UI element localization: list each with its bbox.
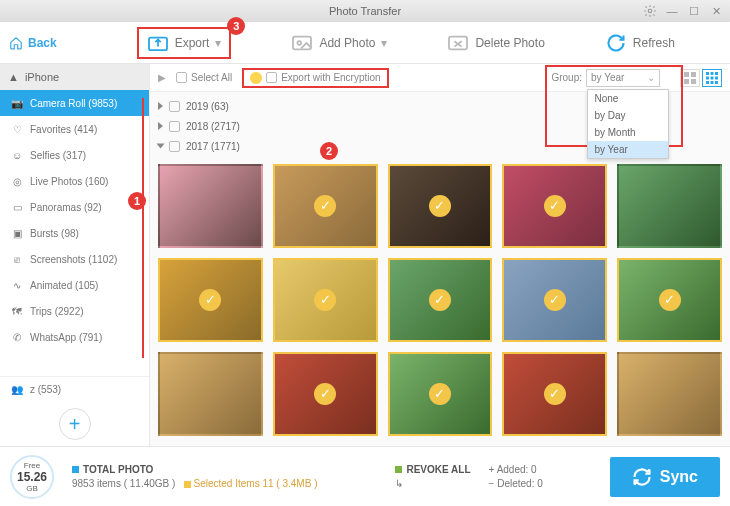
- sidebar-album-item[interactable]: 🗺Trips (2922): [0, 298, 149, 324]
- album-label: Trips (2922): [30, 306, 84, 317]
- svg-rect-15: [706, 81, 709, 84]
- encrypt-label: Export with Encryption: [281, 72, 381, 83]
- group-option[interactable]: by Day: [588, 107, 668, 124]
- group-option[interactable]: by Year: [588, 141, 668, 158]
- export-label: Export: [175, 36, 210, 50]
- photo-thumbnail[interactable]: ✓: [388, 258, 493, 342]
- close-icon[interactable]: ✕: [706, 3, 726, 19]
- sidebar-album-item[interactable]: ⎚Screenshots (1102): [0, 246, 149, 272]
- refresh-button[interactable]: Refresh: [605, 33, 675, 53]
- svg-rect-10: [711, 72, 714, 75]
- year-label: 2017 (1771): [186, 141, 240, 152]
- photo-thumbnail[interactable]: [617, 352, 722, 436]
- photo-thumbnail[interactable]: ✓: [273, 352, 378, 436]
- status-bar: Free 15.26 GB TOTAL PHOTO 9853 items ( 1…: [0, 446, 730, 506]
- svg-rect-11: [715, 72, 718, 75]
- shared-label: z (553): [30, 384, 61, 395]
- export-encryption-button[interactable]: Export with Encryption: [242, 68, 389, 88]
- photo-thumbnail[interactable]: ✓: [502, 352, 607, 436]
- svg-rect-8: [691, 79, 696, 84]
- photo-thumbnail[interactable]: ✓: [502, 164, 607, 248]
- total-photo-line: 9853 items ( 11.40GB ): [72, 478, 175, 489]
- maximize-icon[interactable]: ☐: [684, 3, 704, 19]
- device-row[interactable]: ▲ iPhone: [0, 64, 149, 90]
- checkbox-icon: [266, 72, 277, 83]
- chevron-down-icon: ⌄: [647, 72, 655, 83]
- group-option[interactable]: None: [588, 90, 668, 107]
- group-option[interactable]: by Month: [588, 124, 668, 141]
- photo-thumbnail[interactable]: ✓: [273, 258, 378, 342]
- check-icon: ✓: [429, 383, 451, 405]
- camera-icon: 📷: [10, 97, 24, 109]
- photo-thumbnail[interactable]: [158, 352, 263, 436]
- sidebar-album-item[interactable]: ◎Live Photos (160): [0, 168, 149, 194]
- year-label: 2019 (63): [186, 101, 229, 112]
- sidebar-album-item[interactable]: ☺Selfies (317): [0, 142, 149, 168]
- annotation-line-1: [142, 98, 144, 358]
- album-label: Favorites (414): [30, 124, 97, 135]
- svg-rect-5: [684, 72, 689, 77]
- album-list: 📷Camera Roll (9853)♡Favorites (414)☺Self…: [0, 90, 149, 376]
- whatsapp-icon: ✆: [10, 331, 24, 343]
- delete-photo-label: Delete Photo: [475, 36, 544, 50]
- group-label: Group:: [551, 72, 582, 83]
- export-button[interactable]: Export ▾: [137, 27, 232, 59]
- photo-thumbnail[interactable]: [617, 164, 722, 248]
- photo-thumbnail[interactable]: [158, 164, 263, 248]
- settings-icon[interactable]: [640, 3, 660, 19]
- check-icon: ✓: [544, 289, 566, 311]
- photo-thumbnail[interactable]: ✓: [388, 164, 493, 248]
- svg-rect-13: [711, 76, 714, 79]
- sidebar-album-item[interactable]: ∿Animated (105): [0, 272, 149, 298]
- delete-photo-button[interactable]: Delete Photo: [447, 33, 544, 53]
- select-all-checkbox[interactable]: Select All: [176, 72, 232, 83]
- free-space-gauge: Free 15.26 GB: [10, 455, 54, 499]
- selected-line: Selected Items 11 ( 3.4MB ): [194, 478, 318, 489]
- check-icon: ✓: [314, 289, 336, 311]
- revoke-all-label[interactable]: REVOKE ALL: [406, 464, 470, 475]
- sidebar-album-item[interactable]: ▣Bursts (98): [0, 220, 149, 246]
- shared-album-row[interactable]: 👥 z (553): [0, 376, 149, 402]
- burst-icon: ▣: [10, 227, 24, 239]
- expand-all-icon[interactable]: ▶: [158, 72, 166, 83]
- window-title: Photo Transfer: [329, 5, 401, 17]
- sidebar-album-item[interactable]: ▭Panoramas (92): [0, 194, 149, 220]
- svg-point-3: [298, 41, 302, 45]
- badge-2: 2: [320, 142, 338, 160]
- add-photo-icon: [291, 33, 313, 53]
- photo-thumbnail[interactable]: ✓: [273, 164, 378, 248]
- export-icon: [147, 33, 169, 53]
- year-label: 2018 (2717): [186, 121, 240, 132]
- sync-button[interactable]: Sync: [610, 457, 720, 497]
- view-list-button[interactable]: [680, 69, 700, 87]
- photo-thumbnail[interactable]: ✓: [388, 352, 493, 436]
- free-value: 15.26: [17, 470, 47, 484]
- trips-icon: 🗺: [10, 305, 24, 317]
- live-icon: ◎: [10, 175, 24, 187]
- sidebar-album-item[interactable]: ✆WhatsApp (791): [0, 324, 149, 350]
- group-dropdown: Noneby Dayby Monthby Year: [587, 89, 669, 159]
- badge-1: 1: [128, 192, 146, 210]
- photo-thumbnail[interactable]: ✓: [617, 258, 722, 342]
- added-count: Added: 0: [497, 464, 537, 475]
- chevron-down-icon: ▾: [381, 36, 387, 50]
- group-select[interactable]: by Year ⌄: [586, 69, 660, 87]
- revoke-arrow-icon: ↳: [395, 478, 470, 489]
- checkbox-icon: [169, 121, 180, 132]
- add-album-button[interactable]: +: [59, 408, 91, 440]
- sidebar-album-item[interactable]: 📷Camera Roll (9853): [0, 90, 149, 116]
- check-icon: ✓: [314, 383, 336, 405]
- add-photo-label: Add Photo: [319, 36, 375, 50]
- sidebar-album-item[interactable]: ♡Favorites (414): [0, 116, 149, 142]
- minimize-icon[interactable]: —: [662, 3, 682, 19]
- album-label: Screenshots (1102): [30, 254, 117, 265]
- back-label: Back: [28, 36, 57, 50]
- add-photo-button[interactable]: Add Photo ▾: [291, 33, 387, 53]
- svg-rect-14: [715, 76, 718, 79]
- select-all-label: Select All: [191, 72, 232, 83]
- back-button[interactable]: Back: [8, 36, 57, 50]
- check-icon: ✓: [544, 195, 566, 217]
- photo-thumbnail[interactable]: ✓: [502, 258, 607, 342]
- view-grid-button[interactable]: [702, 69, 722, 87]
- photo-thumbnail[interactable]: ✓: [158, 258, 263, 342]
